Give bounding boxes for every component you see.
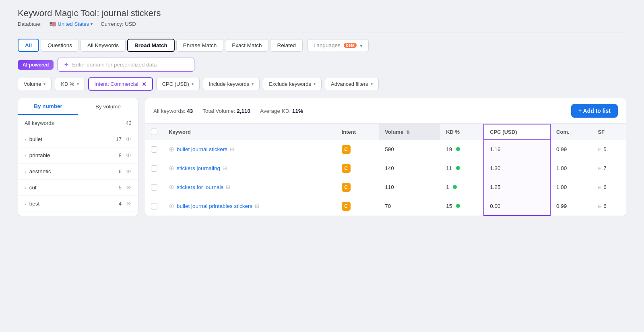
tab-all[interactable]: All <box>18 39 39 52</box>
currency-label: Currency: USD <box>101 21 136 27</box>
keyword-link[interactable]: bullet journal printables stickers <box>177 203 252 209</box>
chevron-right-icon: › <box>25 185 26 190</box>
row-checkbox[interactable] <box>151 203 157 210</box>
table-row: ⊕ bullet journal printables stickers ⊟ C… <box>145 197 626 216</box>
sf-icon[interactable]: ⊟ <box>598 166 602 171</box>
page-header: Keyword Magic Tool: journal stickers Dat… <box>18 8 626 27</box>
col-com: Com. <box>550 124 592 140</box>
keyword-link[interactable]: stickers for journals <box>177 184 223 190</box>
sort-icon: ⇅ <box>406 130 410 135</box>
chevron-down-icon: ▾ <box>252 82 254 86</box>
chevron-down-icon: ▾ <box>192 82 194 86</box>
tab-all-keywords[interactable]: All Keywords <box>80 39 126 52</box>
sf-icon[interactable]: ⊟ <box>598 147 602 152</box>
chevron-right-icon: › <box>25 169 26 174</box>
sf-cell: ⊟ 6 <box>592 178 626 197</box>
col-keyword: Keyword <box>163 124 336 140</box>
cpc-cell: 0.00 <box>484 197 550 216</box>
sf-cell: ⊟ 6 <box>592 197 626 216</box>
database-link[interactable]: 🇺🇸 United States ▾ <box>50 21 93 27</box>
intent-filter[interactable]: Intent: Commercial ✕ <box>88 77 153 91</box>
sf-icon[interactable]: ⊟ <box>598 203 602 209</box>
add-keyword-icon[interactable]: ⊕ <box>169 202 174 210</box>
copy-icon[interactable]: ⊟ <box>223 165 227 171</box>
volume-cell: 590 <box>379 140 440 159</box>
kd-filter[interactable]: KD % ▾ <box>55 78 85 90</box>
col-volume[interactable]: Volume ⇅ <box>379 124 440 140</box>
col-intent: Intent <box>336 124 380 140</box>
add-keyword-icon[interactable]: ⊕ <box>169 164 174 172</box>
chevron-down-icon: ▾ <box>77 82 79 86</box>
select-all-checkbox[interactable] <box>151 129 157 135</box>
sidebar-item-label: best <box>29 201 119 207</box>
sidebar-item-bullet[interactable]: › bullet 17 👁 <box>18 131 138 147</box>
sidebar-item-count: 17 <box>116 136 122 142</box>
chevron-right-icon: › <box>25 201 26 206</box>
sidebar-item-printable[interactable]: › printable 8 👁 <box>18 147 138 164</box>
eye-icon[interactable]: 👁 <box>126 200 132 207</box>
sidebar: By number By volume All keywords 43 › bu… <box>18 98 138 216</box>
sidebar-item-cut[interactable]: › cut 5 👁 <box>18 180 138 196</box>
cpc-filter[interactable]: CPC (USD) ▾ <box>156 78 200 90</box>
sidebar-tab-by-number[interactable]: By number <box>18 98 78 115</box>
eye-icon[interactable]: 👁 <box>126 184 132 191</box>
keyword-link[interactable]: bullet journal stickers <box>177 146 227 152</box>
exclude-keywords-filter[interactable]: Exclude keywords ▾ <box>263 78 322 90</box>
col-sf: SF <box>592 124 626 140</box>
sf-icon[interactable]: ⊟ <box>598 185 602 190</box>
row-checkbox[interactable] <box>151 165 157 172</box>
row-checkbox[interactable] <box>151 184 157 191</box>
tab-broad-match[interactable]: Broad Match <box>127 39 175 52</box>
volume-cell: 140 <box>379 159 440 178</box>
sidebar-item-count: 8 <box>119 152 122 158</box>
copy-icon[interactable]: ⊟ <box>255 203 259 209</box>
filters-row: Volume ▾ KD % ▾ Intent: Commercial ✕ CPC… <box>18 77 626 91</box>
include-keywords-filter[interactable]: Include keywords ▾ <box>203 78 260 90</box>
intent-badge: C <box>342 202 351 211</box>
database-flag: 🇺🇸 <box>50 21 56 27</box>
eye-icon[interactable]: 👁 <box>126 168 132 175</box>
eye-icon[interactable]: 👁 <box>126 136 132 143</box>
sidebar-item-best[interactable]: › best 4 👁 <box>18 196 138 212</box>
tab-exact-match[interactable]: Exact Match <box>225 39 268 52</box>
copy-icon[interactable]: ⊟ <box>226 184 230 190</box>
keyword-cell: ⊕ bullet journal printables stickers ⊟ <box>163 197 336 216</box>
chevron-down-icon: ▾ <box>360 42 363 49</box>
beta-badge: beta <box>344 43 357 48</box>
kd-dot <box>453 185 457 189</box>
page-title: Keyword Magic Tool: journal stickers <box>18 8 626 19</box>
eye-icon[interactable]: 👁 <box>126 152 132 159</box>
add-keyword-icon[interactable]: ⊕ <box>169 145 174 154</box>
intent-clear-icon[interactable]: ✕ <box>142 81 147 87</box>
kd-cell: 19 <box>440 140 484 159</box>
sidebar-item-aesthetic[interactable]: › aesthetic 6 👁 <box>18 164 138 180</box>
keyword-link[interactable]: stickers journaling <box>177 165 220 171</box>
kd-cell: 1 <box>440 178 484 197</box>
kd-cell: 15 <box>440 197 484 216</box>
row-checkbox[interactable] <box>151 146 157 153</box>
database-label: Database: <box>18 21 41 27</box>
com-cell: 1.00 <box>550 178 592 197</box>
sf-cell: ⊟ 7 <box>592 159 626 178</box>
main-content: By number By volume All keywords 43 › bu… <box>18 98 626 216</box>
cpc-cell: 1.25 <box>484 178 550 197</box>
chevron-down-icon: ▾ <box>43 82 45 86</box>
tab-related[interactable]: Related <box>270 39 303 52</box>
add-keyword-icon[interactable]: ⊕ <box>169 183 174 191</box>
chevron-right-icon: › <box>25 137 26 142</box>
cpc-cell: 1.16 <box>484 140 550 159</box>
volume-filter[interactable]: Volume ▾ <box>18 78 52 90</box>
intent-badge: C <box>342 145 351 154</box>
sidebar-item-label: cut <box>29 185 119 191</box>
col-kd: KD % <box>440 124 484 140</box>
advanced-filters[interactable]: Advanced filters ▾ <box>325 78 379 90</box>
add-to-list-button[interactable]: + Add to list <box>571 104 618 118</box>
divider <box>18 33 626 33</box>
tab-questions[interactable]: Questions <box>41 39 79 52</box>
sidebar-tab-by-volume[interactable]: By volume <box>78 98 138 115</box>
tab-phrase-match[interactable]: Phrase Match <box>176 39 223 52</box>
languages-button[interactable]: Languages beta ▾ <box>308 39 369 52</box>
sidebar-item-count: 6 <box>119 168 122 174</box>
copy-icon[interactable]: ⊟ <box>230 146 234 152</box>
ai-domain-input[interactable]: ✦ Enter domain for personalized data <box>58 58 194 72</box>
